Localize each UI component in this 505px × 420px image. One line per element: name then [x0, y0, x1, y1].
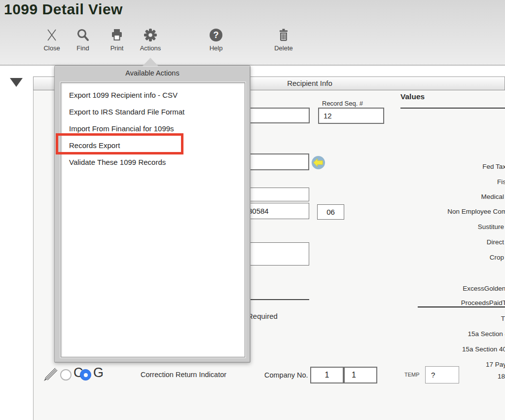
- company-no-field-1[interactable]: 1: [310, 367, 344, 383]
- label-sustiture: Sustiture: [478, 223, 504, 230]
- action-item-import-financial[interactable]: Import From Financial for 1099s: [64, 123, 237, 134]
- close-button[interactable]: Close: [37, 28, 67, 52]
- popup-caret: [143, 58, 158, 66]
- trash-icon: [269, 28, 298, 43]
- label-excess-golden: ExcessGoldenI: [463, 285, 505, 292]
- label-fed-tax: Fed Tax: [482, 163, 505, 170]
- find-button-label: Find: [68, 44, 98, 52]
- temp-label: TEMP: [404, 372, 420, 378]
- label-non-employee-comp: Non Employee Com: [447, 208, 505, 215]
- help-button-label: Help: [201, 44, 231, 52]
- gear-icon: [136, 28, 165, 43]
- label-direct: Direct: [487, 238, 504, 246]
- delete-button-label: Delete: [269, 44, 298, 52]
- values-underline: [400, 108, 505, 109]
- delete-button[interactable]: Delete: [269, 28, 298, 52]
- actions-button-label: Actions: [136, 44, 165, 52]
- actions-list: Export 1099 Recipient info - CSV Export …: [61, 82, 245, 357]
- record-seq-field[interactable]: 12: [318, 108, 384, 124]
- temp-field[interactable]: ?: [425, 366, 459, 383]
- svg-text:?: ?: [214, 30, 219, 40]
- label-medical: Medical: [481, 193, 504, 200]
- 1099-detail-view-window: Recipient Info Record Seq. # 12 30584 06…: [0, 0, 505, 420]
- label-18: 18: [498, 373, 505, 380]
- popup-title: Available Actions: [55, 69, 250, 77]
- label-t: T: [501, 315, 505, 322]
- action-item-validate-records[interactable]: Validate These 1099 Records: [64, 157, 237, 168]
- code-field[interactable]: 06: [317, 204, 344, 220]
- values-header: Values: [400, 92, 425, 101]
- radio-g[interactable]: [80, 369, 91, 381]
- label-proceeds-paid: ProceedsPaidT: [461, 299, 505, 306]
- action-item-export-irs[interactable]: Export to IRS Standard File Format: [64, 107, 237, 117]
- radio-c[interactable]: [60, 369, 72, 381]
- label-15a-section-1: 15a Section 4: [468, 330, 505, 338]
- disclosure-triangle-icon[interactable]: [10, 78, 23, 87]
- proceeds-underline: [418, 306, 505, 307]
- print-button-label: Print: [102, 44, 132, 52]
- print-button[interactable]: Print: [102, 28, 132, 52]
- close-button-label: Close: [37, 44, 67, 52]
- company-no-field-2[interactable]: 1: [344, 367, 377, 383]
- label-17-pay: 17 Pay: [486, 361, 505, 368]
- help-icon: ?: [201, 28, 231, 43]
- actions-button[interactable]: Actions: [136, 28, 165, 52]
- records-export-highlight: [56, 133, 183, 154]
- edit-pencil-icon[interactable]: [42, 367, 59, 382]
- search-icon: [68, 28, 98, 43]
- close-icon: [37, 28, 67, 43]
- help-button[interactable]: ? Help: [201, 28, 231, 52]
- radio-g-label: G: [93, 365, 104, 381]
- page-title: 1099 Detail View: [4, 1, 123, 18]
- toolbar: 1099 Detail View Close Find: [0, 0, 505, 66]
- label-fis: Fis: [497, 178, 505, 186]
- available-actions-popup: Available Actions Export 1099 Recipient …: [54, 66, 251, 363]
- label-15a-section-2: 15a Section 40: [462, 345, 505, 353]
- label-crop: Crop: [490, 254, 504, 261]
- lookup-arrow-icon[interactable]: [311, 155, 325, 170]
- record-seq-label: Record Seq. #: [322, 100, 363, 107]
- print-icon: [102, 28, 132, 43]
- correction-return-indicator-label: Correction Return Indicator: [141, 371, 226, 379]
- required-note: Required: [248, 312, 278, 320]
- action-item-export-csv[interactable]: Export 1099 Recipient info - CSV: [64, 90, 237, 101]
- tab-recipient-info: Recipient Info: [260, 79, 359, 87]
- company-no-label: Company No.: [264, 371, 308, 379]
- find-button[interactable]: Find: [68, 28, 98, 52]
